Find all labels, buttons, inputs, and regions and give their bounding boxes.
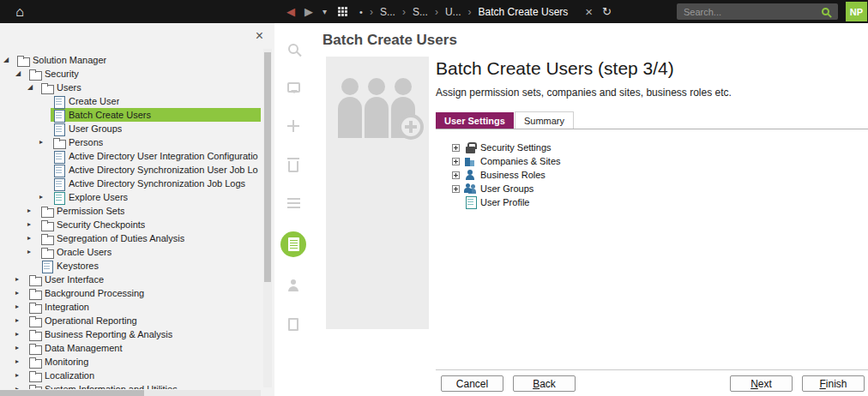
finish-button[interactable]: Finish [802,375,865,392]
folder-icon [41,82,53,93]
settings-tree-item[interactable]: Security Settings [452,141,868,154]
tree-item[interactable]: ▸Segregation of Duties Analysis [0,231,261,245]
home-button[interactable]: ⌂ [0,5,39,19]
comment-tool-button[interactable] [274,77,312,98]
tree-item-content: Explore Users [51,190,261,204]
list-tool-icon [287,198,300,209]
collapse-arrow-icon[interactable]: ◢ [27,81,39,94]
expand-arrow-icon[interactable]: ▸ [15,355,27,369]
batch-create-users-tool-button[interactable] [274,231,312,257]
form-icon [53,178,65,189]
settings-tree-item[interactable]: User Profile [452,195,868,209]
cancel-button[interactable]: Cancel [441,375,503,392]
app-body: × ◢Solution Manager◢Security◢UsersCreate… [0,23,868,396]
tree-item[interactable]: ▸Background Processing [0,286,261,300]
tree-item[interactable]: ▸Localization [0,369,261,382]
back-button[interactable]: Back [513,375,576,392]
user-tool-button[interactable] [274,275,312,296]
expand-arrow-icon[interactable]: ▸ [15,300,27,314]
tree-item[interactable]: ▸Business Reporting & Analysis [0,327,261,341]
breadcrumb-item[interactable]: Batch Create Users [479,6,569,18]
tree-item[interactable]: ▸Data Management [0,341,261,355]
expand-arrow-icon[interactable]: ▸ [27,218,39,231]
tree-item[interactable]: ◢Security [0,67,261,81]
expand-arrow-icon[interactable]: ▸ [15,382,27,389]
breadcrumb-item[interactable]: S... [380,6,395,18]
expand-arrow-icon[interactable]: ▸ [15,341,27,355]
collapse-arrow-icon[interactable]: ◢ [15,67,27,81]
history-dropdown-icon[interactable]: ▾ [322,7,327,16]
search-icon[interactable] [822,8,829,15]
breadcrumb-item[interactable]: U... [445,6,461,18]
list-tool-button[interactable] [274,193,312,213]
tree-item[interactable]: Keystores [0,259,261,273]
expand-plus-icon[interactable] [452,158,460,165]
expand-arrow-icon[interactable]: ▸ [27,204,39,218]
back-nav-button[interactable]: ◀ [286,5,295,18]
tree-item[interactable]: Create User [0,94,261,108]
breadcrumb-root-icon[interactable]: • [359,7,363,17]
sidebar-vertical-scrollbar[interactable] [263,49,272,387]
tree-item[interactable]: ▸User Interface [0,273,261,286]
tree-item[interactable]: Batch Create Users [0,108,261,122]
expand-arrow-icon[interactable]: ▸ [15,286,27,300]
tree-item[interactable]: Active Directory Synchronization Job Log… [0,177,261,190]
expand-plus-icon[interactable] [452,185,460,193]
settings-tree-item[interactable]: User Groups [452,182,868,195]
form-icon [41,261,53,272]
tree-item[interactable]: ◢Solution Manager [0,53,261,67]
expand-arrow-icon[interactable]: ▸ [15,314,27,327]
sidebar-horizontal-scrollbar[interactable] [0,390,261,396]
tree-item[interactable]: ▸Security Checkpoints [0,218,261,231]
tree-item-content: Users [39,81,261,94]
close-page-icon[interactable]: × [585,5,593,18]
expand-arrow-icon[interactable]: ▸ [27,231,39,245]
expand-arrow-icon[interactable]: ▸ [15,327,27,341]
expand-arrow-icon[interactable]: ▸ [39,135,51,149]
search-tool-button[interactable] [274,39,312,59]
settings-tree-item[interactable]: Companies & Sites [452,154,868,168]
horizontal-scrollbar-thumb[interactable] [0,390,144,396]
user-badge[interactable]: NP [846,2,867,21]
tree-item-content: User Groups [51,122,261,135]
expand-arrow-icon[interactable]: ▸ [27,245,39,259]
add-tool-button[interactable] [274,116,312,136]
tree-item[interactable]: ▸Integration [0,300,261,314]
trash-tool-button[interactable] [274,154,312,175]
refresh-icon[interactable]: ↻ [602,6,612,17]
expand-plus-icon[interactable] [452,144,460,152]
profile-icon [464,196,476,208]
search-input[interactable] [684,7,822,17]
tree-item[interactable]: ▸System Information and Utilities [0,382,261,389]
tree-item[interactable]: ▸Operational Reporting [0,314,261,327]
vertical-scrollbar-thumb[interactable] [264,52,271,282]
settings-tree-item[interactable]: Business Roles [452,168,868,182]
folder-icon [29,343,41,354]
expand-arrow-icon[interactable]: ▸ [15,369,27,382]
tab-summary[interactable]: Summary [515,111,574,129]
tree-item[interactable]: ◢Users [0,81,261,94]
tab-user-settings[interactable]: User Settings [436,112,514,129]
tree-item[interactable]: Active Directory User Integration Config… [0,149,261,163]
expand-arrow-icon[interactable]: ▸ [15,273,27,286]
forward-nav-button[interactable]: ▶ [304,5,313,18]
sidebar-close-button[interactable]: × [256,29,263,43]
folder-icon [29,315,41,327]
next-button[interactable]: Next [730,375,793,392]
collapse-arrow-icon[interactable]: ◢ [3,53,15,67]
page-tool-button[interactable] [274,314,312,334]
folder-icon [41,206,53,217]
expand-arrow-icon[interactable]: ▸ [39,190,51,204]
tree-item[interactable]: ▸Persons [0,135,261,149]
tree-item[interactable]: ▸Monitoring [0,355,261,369]
search-box[interactable] [677,3,838,20]
tree-item[interactable]: ▸Oracle Users [0,245,261,259]
folder-icon [29,69,41,80]
expand-plus-icon[interactable] [452,171,460,179]
tree-item[interactable]: ▸Explore Users [0,190,261,204]
breadcrumb-item[interactable]: S... [413,6,428,18]
tree-item[interactable]: ▸Permission Sets [0,204,261,218]
tree-item[interactable]: Active Directory Synchronization User Jo… [0,163,261,177]
tree-item[interactable]: User Groups [0,122,261,135]
apps-grid-button[interactable] [336,5,349,18]
